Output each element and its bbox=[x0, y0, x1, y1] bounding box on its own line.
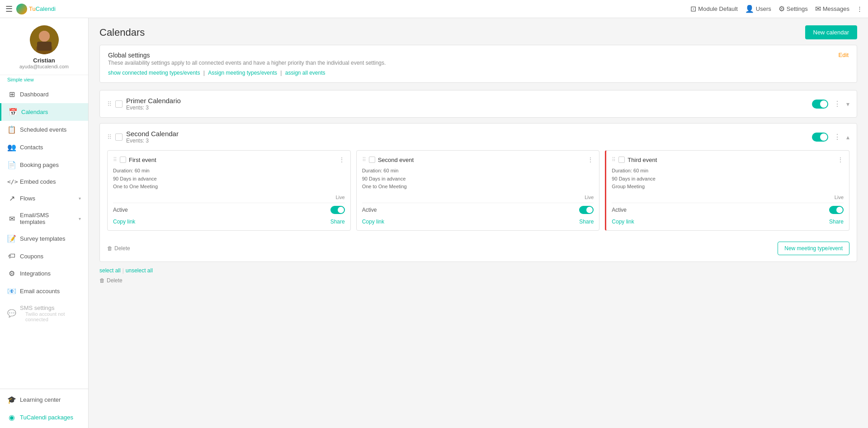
sidebar-item-coupons[interactable]: 🏷 Coupons bbox=[0, 247, 88, 265]
event-more-icon[interactable]: ⋮ bbox=[837, 156, 844, 163]
sidebar-item-tucalendi-packages[interactable]: ◉ TuCalendi packages bbox=[0, 409, 88, 426]
assign-all-events-link[interactable]: assign all events bbox=[285, 70, 326, 76]
calendar-events-count: Events: 3 bbox=[126, 138, 808, 144]
event-active-row: Active bbox=[362, 203, 594, 214]
drag-handle-icon[interactable]: ⠿ bbox=[107, 133, 112, 141]
sidebar-item-flows[interactable]: ↗ Flows ▾ bbox=[0, 190, 88, 207]
bottom-selection-links: select all | unselect all bbox=[99, 267, 857, 274]
sidebar-item-integrations[interactable]: ⚙ Integrations bbox=[0, 265, 88, 282]
main-body: Global settings These availability setti… bbox=[89, 45, 868, 298]
global-settings-info: Global settings These availability setti… bbox=[108, 52, 386, 66]
sidebar-item-embed-codes[interactable]: </> Embed codes bbox=[0, 174, 88, 190]
scheduled-events-icon: 📋 bbox=[7, 125, 16, 134]
sidebar-user: Cristian ayuda@tucalendi.com bbox=[0, 18, 88, 75]
sidebar-item-label: Coupons bbox=[20, 253, 81, 260]
module-default-btn[interactable]: ⊡ Module Default bbox=[690, 5, 737, 13]
sidebar-nav: ⊞ Dashboard 📅 Calendars 📋 Scheduled even… bbox=[0, 84, 88, 389]
calendar-more-icon[interactable]: ⋮ bbox=[832, 98, 843, 110]
calendar-toggle[interactable] bbox=[812, 100, 828, 109]
event-active-row: Active bbox=[612, 203, 844, 214]
messages-btn[interactable]: ✉ Messages bbox=[815, 5, 849, 13]
survey-icon: 📝 bbox=[7, 234, 16, 243]
event-card-third-event: ⠿ Third event ⋮ Duration: 60 min 90 Days… bbox=[605, 150, 849, 231]
flows-icon: ↗ bbox=[7, 194, 16, 203]
more-icon: ⋮ bbox=[857, 5, 863, 12]
sidebar-item-scheduled-events[interactable]: 📋 Scheduled events bbox=[0, 121, 88, 138]
event-card-header: ⠿ First event ⋮ bbox=[113, 156, 345, 163]
sidebar-item-contacts[interactable]: 👥 Contacts bbox=[0, 138, 88, 156]
contacts-icon: 👥 bbox=[7, 143, 16, 152]
new-meeting-type-button[interactable]: New meeting type/event bbox=[778, 242, 849, 255]
sidebar-item-calendars[interactable]: 📅 Calendars bbox=[0, 103, 88, 121]
sidebar-item-label: Email/SMS templates bbox=[20, 212, 75, 225]
event-toggle[interactable] bbox=[330, 206, 345, 214]
share-button[interactable]: Share bbox=[330, 219, 345, 225]
event-more-icon[interactable]: ⋮ bbox=[587, 156, 594, 163]
share-button[interactable]: Share bbox=[829, 219, 844, 225]
event-drag-handle-icon[interactable]: ⠿ bbox=[362, 157, 366, 163]
event-checkbox[interactable] bbox=[369, 157, 375, 163]
calendar-primer-calendario: ⠿ Primer Calendario Events: 3 ⋮ ▾ bbox=[99, 90, 857, 118]
calendar-more-icon[interactable]: ⋮ bbox=[832, 131, 843, 143]
calendar-header: ⠿ Second Calendar Events: 3 ⋮ ▴ bbox=[100, 124, 857, 150]
sidebar-item-dashboard[interactable]: ⊞ Dashboard bbox=[0, 86, 88, 103]
calendar-toggle[interactable] bbox=[812, 133, 828, 142]
calendar-collapse-icon[interactable]: ▾ bbox=[846, 100, 849, 108]
assign-meeting-types-link[interactable]: Assign meeting types/events bbox=[208, 70, 277, 76]
email-sms-chevron-icon: ▾ bbox=[79, 216, 81, 221]
global-settings-edit-link[interactable]: Edit bbox=[839, 52, 849, 58]
sidebar-item-email-sms-templates[interactable]: ✉ Email/SMS templates ▾ bbox=[0, 207, 88, 230]
global-settings-links: show connected meeting types/events | As… bbox=[108, 70, 849, 76]
sidebar-item-label: Survey templates bbox=[20, 235, 81, 242]
unselect-all-link[interactable]: unselect all bbox=[126, 267, 153, 274]
event-card-second-event: ⠿ Second event ⋮ Duration: 60 min 90 Day… bbox=[356, 150, 600, 231]
flows-chevron-icon: ▾ bbox=[79, 196, 81, 201]
bottom-delete-button[interactable]: 🗑 Delete bbox=[99, 277, 857, 284]
logo-text: TuCalendi bbox=[29, 5, 56, 12]
topbar: ☰ TuCalendi ⊡ Module Default 👤 Users ⚙ S… bbox=[0, 0, 868, 18]
toggle-thumb bbox=[836, 207, 843, 213]
calendar-expand-icon[interactable]: ▴ bbox=[846, 133, 849, 141]
sidebar-item-learning-center[interactable]: 🎓 Learning center bbox=[0, 391, 88, 409]
event-more-icon[interactable]: ⋮ bbox=[339, 156, 345, 163]
calendar-checkbox[interactable] bbox=[115, 133, 123, 141]
event-toggle[interactable] bbox=[579, 206, 594, 214]
event-active-row: Active bbox=[113, 203, 345, 214]
sidebar-item-label: TuCalendi packages bbox=[20, 414, 81, 421]
copy-link-button[interactable]: Copy link bbox=[113, 219, 135, 225]
event-live-badge: Live bbox=[362, 195, 594, 200]
sidebar-item-sms-settings[interactable]: 💬 SMS settings Twilio account not connec… bbox=[0, 300, 88, 327]
event-checkbox[interactable] bbox=[618, 157, 625, 163]
new-calendar-button[interactable]: New calendar bbox=[805, 25, 858, 39]
calendar-name: Primer Calendario bbox=[126, 97, 808, 105]
more-options-btn[interactable]: ⋮ bbox=[857, 5, 863, 12]
select-all-link[interactable]: select all bbox=[99, 267, 121, 274]
sidebar-item-booking-pages[interactable]: 📄 Booking pages bbox=[0, 156, 88, 174]
hamburger-icon[interactable]: ☰ bbox=[5, 4, 13, 14]
event-card-header: ⠿ Second event ⋮ bbox=[362, 156, 594, 163]
event-detail: Duration: 60 min 90 Days in advance One … bbox=[113, 167, 345, 191]
avatar bbox=[30, 25, 59, 54]
calendar-delete-button[interactable]: 🗑 Delete bbox=[107, 245, 130, 252]
copy-link-button[interactable]: Copy link bbox=[362, 219, 384, 225]
email-accounts-icon: 📧 bbox=[7, 287, 16, 295]
simple-view-link[interactable]: Simple view bbox=[4, 75, 38, 84]
show-connected-link[interactable]: show connected meeting types/events bbox=[108, 70, 200, 76]
logo: TuCalendi bbox=[16, 4, 56, 14]
users-btn[interactable]: 👤 Users bbox=[745, 5, 771, 13]
share-button[interactable]: Share bbox=[579, 219, 594, 225]
calendar-header: ⠿ Primer Calendario Events: 3 ⋮ ▾ bbox=[100, 90, 857, 117]
drag-handle-icon[interactable]: ⠿ bbox=[107, 100, 112, 108]
calendar-checkbox[interactable] bbox=[115, 100, 123, 108]
avatar-image bbox=[30, 25, 59, 54]
toggle-thumb bbox=[338, 207, 344, 213]
event-detail: Duration: 60 min 90 Days in advance One … bbox=[362, 167, 594, 191]
settings-btn[interactable]: ⚙ Settings bbox=[778, 5, 808, 13]
sidebar-item-email-accounts[interactable]: 📧 Email accounts bbox=[0, 282, 88, 300]
event-checkbox[interactable] bbox=[120, 157, 126, 163]
event-drag-handle-icon[interactable]: ⠿ bbox=[612, 157, 616, 163]
copy-link-button[interactable]: Copy link bbox=[612, 219, 634, 225]
event-toggle[interactable] bbox=[829, 206, 844, 214]
event-drag-handle-icon[interactable]: ⠿ bbox=[113, 157, 117, 163]
sidebar-item-survey-templates[interactable]: 📝 Survey templates bbox=[0, 230, 88, 247]
